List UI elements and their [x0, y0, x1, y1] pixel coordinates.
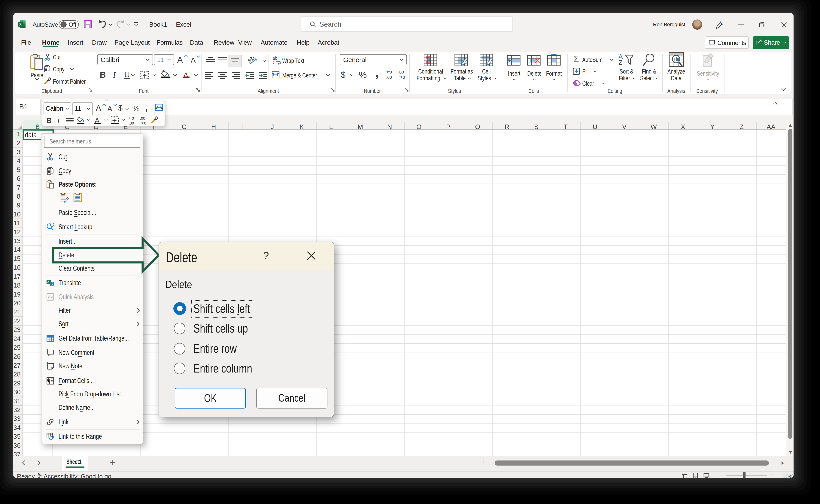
- svg-text:.00: .00: [386, 75, 392, 80]
- svg-text:a: a: [47, 280, 50, 284]
- svg-text:.00: .00: [129, 121, 134, 125]
- svg-text:0: 0: [144, 121, 146, 125]
- svg-text:i: i: [52, 223, 53, 227]
- svg-text:0: 0: [132, 116, 134, 121]
- svg-text:文: 文: [51, 282, 54, 286]
- svg-text:.00: .00: [398, 70, 404, 74]
- svg-text:0: 0: [403, 75, 405, 80]
- svg-text:.00: .00: [140, 116, 145, 121]
- svg-text:0: 0: [389, 70, 392, 74]
